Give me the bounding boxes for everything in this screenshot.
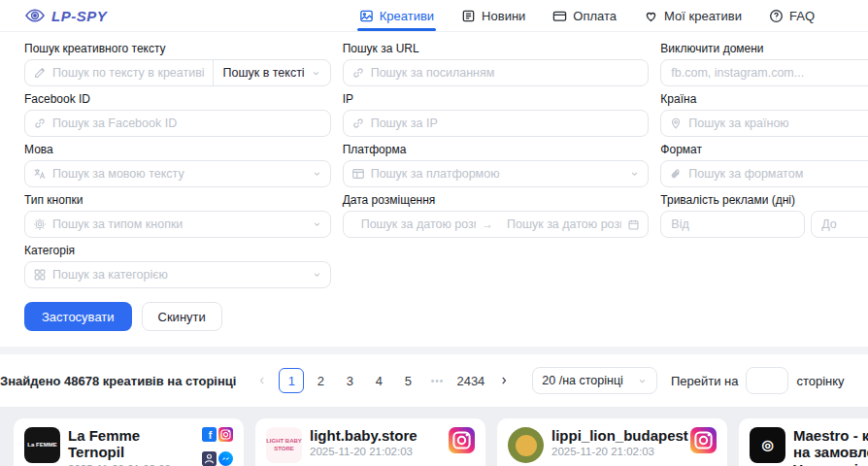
filter-button-type: Тип кнопки — [24, 193, 331, 238]
pagination-ellipsis[interactable]: ••• — [424, 368, 450, 393]
card-title: Maestro - кухні, меблі на замовлення в У… — [793, 427, 868, 466]
instagram-icon — [449, 427, 475, 453]
avatar: ◎ — [750, 427, 785, 463]
date-range-picker[interactable]: → — [343, 211, 650, 238]
filter-label: Facebook ID — [24, 92, 331, 106]
results-summary: Знайдено 48678 креативів на сторінці — [0, 374, 236, 388]
button-type-select[interactable] — [25, 212, 330, 237]
nav-creatives[interactable]: Креативи — [359, 0, 434, 31]
pencil-icon — [33, 66, 47, 80]
filter-placement-date: Дата розміщення → — [343, 193, 650, 238]
creative-card[interactable]: La FEMME La Femme Ternopil 2025-11-20 21… — [14, 418, 244, 466]
page-button[interactable]: 2 — [308, 368, 333, 393]
filter-label: Виключити домени — [660, 42, 868, 55]
card-date: 2025-11-20 21:02:03 — [551, 446, 683, 457]
brand-logo[interactable]: LP-SPY — [24, 8, 107, 24]
nav-news[interactable]: Новини — [461, 0, 525, 31]
translate-icon — [33, 167, 47, 181]
svg-text:f: f — [209, 430, 213, 441]
grid-icon — [33, 268, 47, 282]
creative-card[interactable]: ◎ Maestro - кухні, меблі на замовлення в… — [739, 418, 868, 466]
reset-button[interactable]: Скинути — [142, 302, 222, 331]
filter-label: Пошук креативного тексту — [24, 42, 331, 55]
duration-to-input[interactable] — [812, 212, 868, 237]
goto-suffix: сторінку — [796, 374, 844, 388]
goto-prefix: Перейти на — [671, 374, 739, 388]
filter-format: Формат — [660, 143, 868, 187]
date-from-input[interactable] — [351, 212, 478, 237]
nav-label: Новини — [482, 9, 525, 23]
page-button[interactable]: 1 — [279, 368, 304, 393]
duration-from-input[interactable] — [661, 212, 804, 237]
nav-my-creatives[interactable]: Мої креативи — [644, 0, 742, 31]
filter-label: Тип кнопки — [24, 193, 331, 207]
instagram-icon — [218, 427, 233, 442]
filter-label: Країна — [660, 92, 868, 106]
goto-page-input[interactable] — [746, 367, 788, 394]
filter-label: Формат — [660, 143, 868, 156]
gear-icon — [33, 217, 47, 231]
image-icon — [359, 9, 374, 23]
results-toolbar: Знайдено 48678 креативів на сторінці 1 2… — [0, 354, 868, 407]
filter-label: Дата розміщення — [343, 193, 650, 207]
filter-ip: IP — [343, 92, 650, 137]
chevron-down-icon — [637, 376, 648, 386]
arrow-right-icon: → — [482, 217, 493, 231]
creative-card[interactable]: LIGHT BABY STORE light.baby.store 2025-1… — [255, 418, 485, 466]
filter-label: IP — [343, 92, 650, 106]
nav-payment[interactable]: Оплата — [552, 0, 617, 31]
filter-url: Пошук за URL — [343, 42, 650, 86]
avatar — [508, 427, 544, 463]
text-search-mode-select[interactable]: Пошук в тексті — [213, 60, 329, 85]
filter-label: Платформа — [343, 143, 650, 156]
page-button[interactable]: 3 — [337, 368, 362, 393]
ip-input[interactable] — [344, 111, 649, 136]
prev-page-button[interactable] — [250, 368, 275, 393]
page-button[interactable]: 5 — [395, 368, 420, 393]
filter-facebook-id: Facebook ID — [24, 92, 331, 137]
audience-network-icon — [202, 451, 217, 466]
card-title: light.baby.store — [310, 427, 441, 444]
link-icon — [351, 116, 365, 130]
country-input[interactable] — [661, 111, 868, 136]
facebook-icon: f — [202, 427, 217, 442]
creative-text-input[interactable] — [25, 60, 213, 85]
filter-creative-text: Пошук креативного тексту Пошук в тексті — [24, 42, 331, 86]
format-select[interactable] — [661, 161, 868, 186]
chevron-down-icon — [629, 169, 640, 180]
nav-faq[interactable]: FAQ — [769, 0, 815, 31]
filter-label: Пошук за URL — [343, 42, 650, 55]
exclude-domains-input[interactable] — [661, 60, 868, 85]
category-select[interactable] — [25, 262, 330, 287]
next-page-button[interactable] — [491, 368, 517, 393]
credit-card-icon — [552, 9, 567, 23]
chevron-down-icon — [312, 270, 322, 281]
chevron-down-icon — [312, 169, 322, 180]
apply-button[interactable]: Застосувати — [24, 302, 132, 331]
heart-icon — [644, 9, 658, 23]
nav-label: Креативи — [380, 9, 434, 23]
news-icon — [461, 9, 476, 23]
filter-country: Країна — [660, 92, 868, 137]
url-input[interactable] — [344, 60, 649, 85]
filter-duration: Тривалість реклами (дні) — [660, 193, 868, 238]
filter-platform: Платформа — [343, 143, 650, 187]
creative-card[interactable]: lippi_lion_budapest 2025-11-20 21:02:03 … — [497, 418, 727, 466]
text-search-mode-value: Пошук в тексті — [222, 66, 304, 80]
platform-select[interactable] — [344, 161, 649, 186]
page-size-value: 20 /на сторінці — [542, 374, 623, 387]
last-page-button[interactable]: 2434 — [453, 368, 487, 393]
page-size-select[interactable]: 20 /на сторінці — [532, 367, 657, 394]
filter-language: Мова — [24, 143, 331, 187]
chevron-down-icon — [312, 219, 322, 230]
page-button[interactable]: 4 — [366, 368, 391, 393]
language-select[interactable] — [25, 161, 330, 186]
facebook-id-input[interactable] — [25, 111, 330, 136]
date-to-input[interactable] — [497, 212, 623, 237]
nav-label: Мої креативи — [664, 9, 742, 23]
card-date: 2025-11-20 21:02:03 — [310, 446, 441, 457]
filters-panel: Пошук креативного тексту Пошук в тексті … — [0, 32, 868, 347]
filter-label: Категорія — [24, 244, 331, 257]
avatar: La FEMME — [24, 427, 60, 463]
nav-label: Оплата — [573, 9, 617, 23]
